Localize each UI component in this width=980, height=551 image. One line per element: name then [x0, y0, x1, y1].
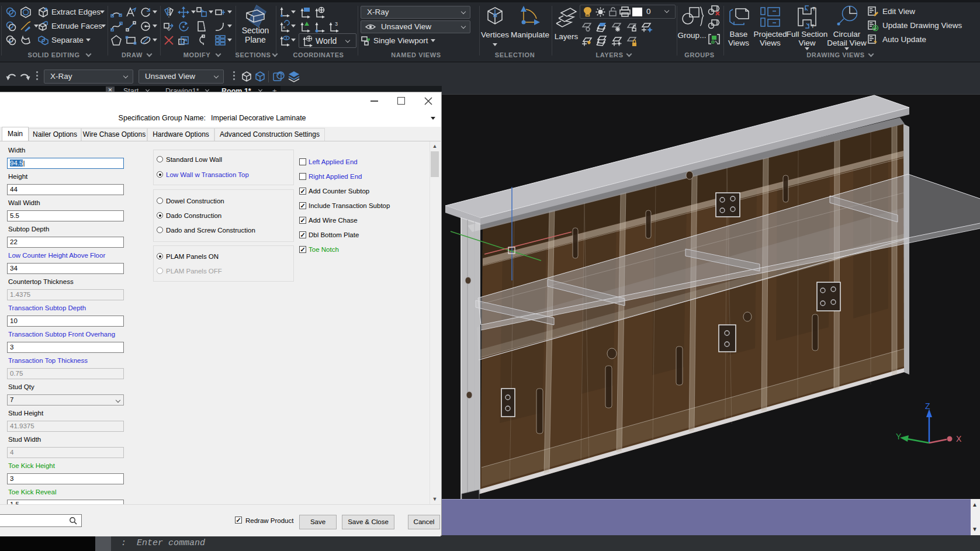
svg-text:X: X: [956, 434, 962, 443]
svg-text:T: T: [812, 6, 816, 12]
svg-text:3: 3: [335, 21, 338, 27]
svg-text:x: x: [283, 25, 285, 30]
svg-text:Z: Z: [925, 401, 930, 411]
svg-text:Y: Y: [896, 432, 902, 441]
svg-text:T: T: [811, 23, 815, 29]
